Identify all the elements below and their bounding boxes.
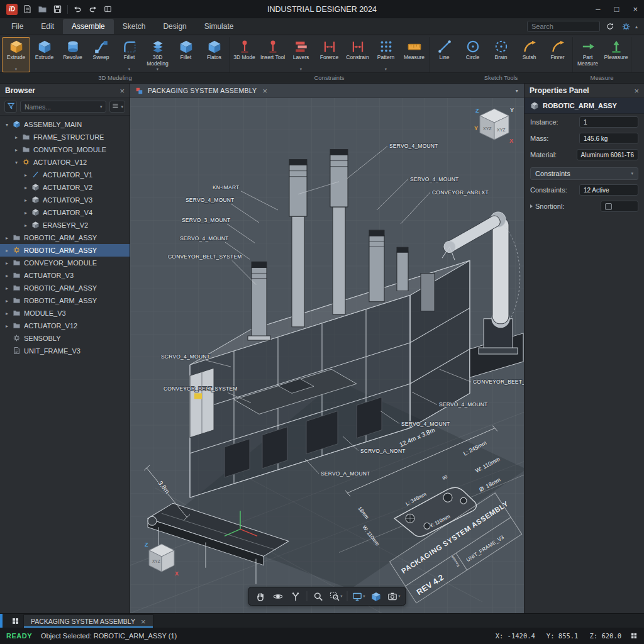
tool-pattern[interactable]: Pattern▾ (372, 37, 400, 72)
tree-item-conveyor-module[interactable]: ▸CONVEYOR_MODULE (0, 143, 130, 156)
maximize-button[interactable]: □ (614, 4, 619, 14)
tool-finrer[interactable]: Finrer (543, 37, 572, 72)
tool-part-measure[interactable]: Part Measure (574, 37, 602, 72)
close-tab-icon[interactable]: × (262, 86, 267, 96)
tool-flatos[interactable]: Flatos (200, 37, 228, 72)
chevron-down-icon[interactable]: ▾ (363, 594, 365, 599)
tool-constrain[interactable]: Constrain (343, 37, 372, 72)
tool-30d-modeling[interactable]: 30D Modeling▾ (143, 37, 172, 72)
chevron-right-icon[interactable]: ▸ (4, 235, 10, 241)
chevron-down-icon[interactable]: ▾ (4, 122, 10, 128)
menu-file[interactable]: File (3, 19, 32, 34)
tool-sutsh[interactable]: Sutsh (515, 37, 543, 72)
menu-assemble[interactable]: Assemble (63, 19, 114, 34)
tree-item-sensobly[interactable]: SENSOBLY (0, 332, 130, 345)
chevron-down-icon[interactable]: ▾ (300, 67, 302, 72)
tool-fillet[interactable]: Fillet (172, 37, 200, 72)
search-input[interactable] (527, 21, 600, 32)
tree-item-frame-structure[interactable]: ▸FRAME_STRUCTURE (0, 131, 130, 143)
chevron-right-icon[interactable]: ▸ (23, 185, 29, 191)
tree-item-module-v3[interactable]: ▸MODULE_V3 (0, 307, 130, 319)
close-button[interactable]: × (633, 4, 638, 14)
tree-item-robotic-arm-assy[interactable]: ▸ROBOTIC_ARM_ASSY (0, 244, 130, 257)
minimize-button[interactable]: – (596, 4, 600, 14)
tree-item-actuator-v12[interactable]: ▸ACTUATOR_V12 (0, 319, 130, 332)
new-document-icon[interactable] (22, 4, 33, 14)
chevron-right-icon[interactable]: ▸ (23, 210, 29, 216)
tree-item-eraseyr-v2[interactable]: ▸ERASEYR_V2 (0, 219, 130, 231)
tree-item-assembly-main[interactable]: ▾ASSEMBLY_MAIN (0, 118, 130, 131)
tool-sweep[interactable]: Sweep (87, 37, 115, 72)
chevron-right-icon[interactable]: ▸ (4, 286, 10, 291)
capture-button[interactable]: ▾ (386, 589, 402, 603)
tool-forerce[interactable]: Forerce (315, 37, 343, 72)
collapse-ribbon-icon[interactable]: ▴ (635, 24, 638, 30)
chevron-right-icon[interactable]: ▸ (4, 260, 10, 266)
zoom-window-button[interactable]: ▾ (328, 589, 344, 603)
redo-icon[interactable] (87, 4, 98, 14)
names-filter-dropdown[interactable]: Names... ▾ (20, 101, 106, 113)
save-icon[interactable] (52, 4, 63, 14)
tree-item-unit-frame-v3[interactable]: UNIT_FRAME_V3 (0, 345, 130, 357)
visual-style-button[interactable] (369, 589, 384, 603)
view-options-button[interactable]: ▾ (109, 101, 125, 113)
tree-item-robotic-arm-assy[interactable]: ▸ROBOTIC_ARM_ASSY (0, 282, 130, 294)
display-settings-button[interactable]: ▾ (351, 589, 367, 603)
property-value-input[interactable]: 145.6 kg (579, 133, 638, 144)
chevron-right-icon[interactable]: ▸ (13, 147, 19, 153)
close-icon[interactable]: × (119, 86, 125, 96)
chevron-right-icon[interactable]: ▸ (4, 311, 10, 316)
chevron-down-icon[interactable]: ▾ (13, 160, 19, 165)
tree-item-actuator-v3[interactable]: ▸ACTUATOR_V3 (0, 269, 130, 282)
tool-extrude[interactable]: Extrude (30, 37, 58, 72)
chevron-right-icon[interactable]: ▸ (4, 298, 10, 304)
tree-item-actuator-v3[interactable]: ▸ACTUATOR_V3 (0, 194, 130, 206)
chevron-right-icon[interactable]: ▸ (4, 273, 10, 279)
menu-design[interactable]: Design (154, 19, 195, 34)
viewport[interactable]: PACKAGING SYSTEM ASSEMBLY × ▾ (130, 84, 524, 613)
viewport-tab-label[interactable]: PACKAGING SYSTEM ASSEMBLY (148, 87, 257, 94)
chevron-down-icon[interactable]: ▾ (340, 594, 342, 599)
gear-icon[interactable] (620, 20, 633, 33)
chevron-down-icon[interactable]: ▾ (385, 67, 387, 72)
tree-item-actuator-v1[interactable]: ▸ACTUATOR_V1 (0, 169, 130, 181)
undo-icon[interactable] (72, 4, 83, 14)
filter-button[interactable] (4, 101, 17, 113)
chevron-down-icon[interactable]: ▾ (157, 67, 158, 72)
chevron-right-icon[interactable]: ▸ (23, 197, 29, 203)
tool-brain[interactable]: Brain (487, 37, 515, 72)
open-folder-icon[interactable] (37, 4, 48, 14)
chevron-down-icon[interactable]: ▾ (128, 67, 130, 72)
tool-3d-mode[interactable]: 3D Mode (230, 37, 258, 72)
checkbox[interactable] (605, 203, 612, 210)
tool-revolve[interactable]: Revolve (58, 37, 87, 72)
chevron-right-icon[interactable]: ▸ (4, 248, 10, 253)
tree-item-actuator-v4[interactable]: ▸ACTUATOR_V4 (0, 206, 130, 219)
menu-simulate[interactable]: Simulate (196, 19, 243, 34)
chevron-right-icon[interactable]: ▸ (13, 135, 19, 140)
property-value-input[interactable]: Aluminum 6061-T6 (577, 149, 638, 160)
refresh-icon[interactable] (604, 20, 616, 33)
chevron-right-icon[interactable]: ▸ (23, 223, 29, 228)
menu-edit[interactable]: Edit (32, 19, 63, 34)
tool-insert-tool[interactable]: Insert Tool (258, 37, 287, 72)
workspace-icon[interactable] (103, 4, 113, 14)
tool-measure[interactable]: Measure (400, 37, 428, 72)
property-value-input[interactable]: 12 Active (579, 184, 638, 196)
property-value-input[interactable]: 1 (579, 116, 638, 128)
tool-lavers[interactable]: Lavers▾ (287, 37, 315, 72)
pan-button[interactable] (253, 589, 269, 603)
tree-item-robotic-arm-assy[interactable]: ▸ROBOTIC_ARM_ASSY (0, 231, 130, 244)
constraints-section-header[interactable]: Constraints ▾ (530, 167, 638, 180)
chevron-right-icon[interactable]: ▸ (4, 323, 10, 329)
tool-pleassure[interactable]: Pleassure (602, 37, 630, 72)
chevron-down-icon[interactable]: ▾ (516, 88, 518, 94)
chevron-down-icon[interactable]: ▾ (15, 67, 17, 72)
menu-sketch[interactable]: Sketch (114, 19, 155, 34)
grid-view-icon[interactable] (9, 614, 21, 627)
tree-item-conveyor-module[interactable]: ▸CONVEYOR_MODULE (0, 257, 130, 269)
chevron-right-icon[interactable]: ▸ (23, 172, 29, 178)
tree-item-actuator-v12[interactable]: ▾ACTUATOR_V12 (0, 156, 130, 169)
tool-circle[interactable]: Circle (458, 37, 487, 72)
tool-line[interactable]: Line (430, 37, 458, 72)
